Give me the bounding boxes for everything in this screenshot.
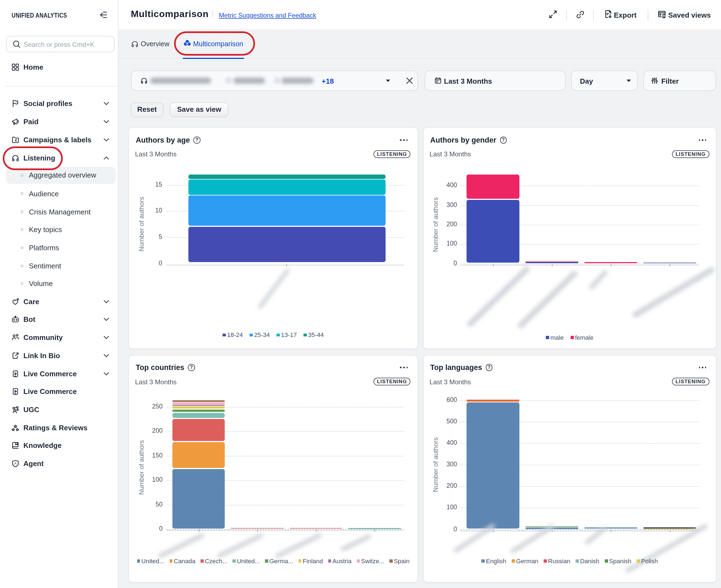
svg-text:A: A bbox=[14, 461, 17, 465]
